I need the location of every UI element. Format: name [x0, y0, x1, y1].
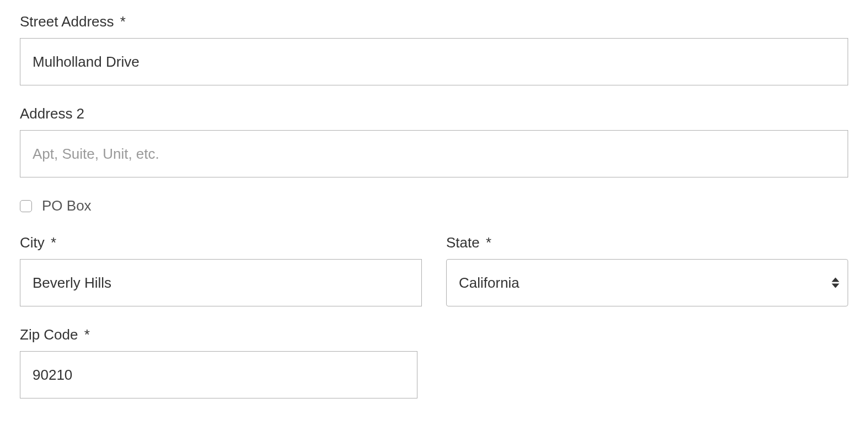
city-label-text: City [20, 234, 45, 251]
required-star: * [120, 13, 126, 30]
pobox-label: PO Box [42, 197, 92, 214]
address2-group: Address 2 [20, 105, 848, 177]
pobox-group: PO Box [20, 197, 848, 214]
street-address-group: Street Address * [20, 13, 848, 85]
state-group: State * California [446, 234, 848, 306]
zip-group: Zip Code * [20, 326, 417, 398]
zip-label: Zip Code * [20, 326, 417, 343]
city-group: City * [20, 234, 422, 306]
required-star: * [486, 234, 491, 251]
zip-input[interactable] [20, 351, 417, 398]
required-star: * [84, 326, 90, 343]
state-label: State * [446, 234, 848, 251]
required-star: * [51, 234, 56, 251]
address2-label-text: Address 2 [20, 105, 84, 122]
zip-label-text: Zip Code [20, 326, 78, 343]
pobox-checkbox[interactable] [20, 200, 32, 212]
state-label-text: State [446, 234, 480, 251]
city-state-row: City * State * California [20, 234, 848, 306]
street-address-label: Street Address * [20, 13, 848, 30]
state-select-wrap: California [446, 259, 848, 306]
street-address-input[interactable] [20, 38, 848, 85]
street-address-label-text: Street Address [20, 13, 114, 30]
address2-input[interactable] [20, 130, 848, 177]
city-input[interactable] [20, 259, 422, 306]
city-label: City * [20, 234, 422, 251]
address2-label: Address 2 [20, 105, 848, 122]
state-select[interactable]: California [446, 259, 848, 306]
